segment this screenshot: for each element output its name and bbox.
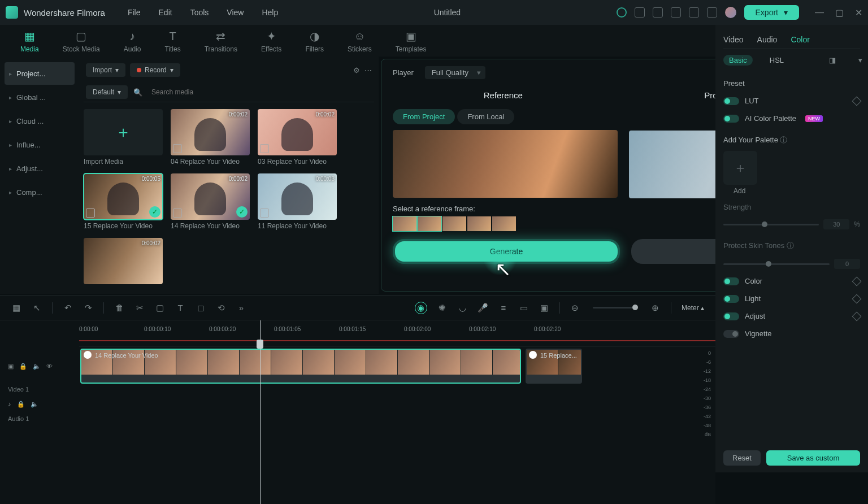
zoom-out-icon[interactable]: ⊖ xyxy=(570,303,580,313)
lock-icon[interactable]: 🔒 xyxy=(17,401,25,408)
toggle-on-icon[interactable] xyxy=(723,115,739,123)
media-item[interactable]: 0:00:02 xyxy=(84,238,163,284)
mute-icon[interactable]: 🔈 xyxy=(31,401,38,408)
menu-tools[interactable]: Tools xyxy=(190,8,209,17)
mic-icon[interactable]: 🎤 xyxy=(478,303,488,313)
reset-button[interactable]: Reset xyxy=(723,450,761,466)
more-icon[interactable]: ⋯ xyxy=(364,66,372,75)
keyframe-icon[interactable] xyxy=(852,276,862,286)
record-status-icon[interactable] xyxy=(617,7,627,18)
sidebar-item-adjust[interactable]: ▸Adjust... xyxy=(5,157,75,180)
reference-preview[interactable] xyxy=(393,130,618,198)
speed-icon[interactable]: ✺ xyxy=(437,303,448,313)
strength-slider[interactable]: 30 % xyxy=(723,216,860,233)
visibility-icon[interactable]: 👁 xyxy=(46,363,53,370)
prop-tab-video[interactable]: Video xyxy=(723,35,744,44)
tab-titles[interactable]: TTitles xyxy=(158,27,187,57)
menu-view[interactable]: View xyxy=(227,8,244,17)
filter-icon[interactable]: ⚙ xyxy=(353,66,360,75)
search-input[interactable] xyxy=(148,85,372,99)
video-track-header[interactable]: ▣ 🔒 🔈 👁 xyxy=(0,346,79,386)
ai-palette-row[interactable]: AI Color Palette NEW xyxy=(723,110,860,127)
info-icon[interactable]: ⓘ xyxy=(780,136,787,144)
ai-tool-icon[interactable]: ◉ xyxy=(415,302,427,314)
time-ruler[interactable]: 0:00:000:00:00:100:00:00:200:00:01:050:0… xyxy=(79,320,715,346)
from-local-tab[interactable]: From Local xyxy=(457,109,514,124)
tab-stickers[interactable]: ☺Stickers xyxy=(341,27,379,57)
toggle-on-icon[interactable] xyxy=(723,295,739,303)
sort-select[interactable]: Default ▾ xyxy=(86,85,128,99)
import-button[interactable]: Import▾ xyxy=(86,63,125,77)
sidebar-item-project[interactable]: ▸Project... xyxy=(5,62,75,85)
undo-icon[interactable]: ↶ xyxy=(63,303,73,313)
save-icon[interactable] xyxy=(653,7,663,18)
frame-icon[interactable]: ◻ xyxy=(196,303,206,313)
menu-file[interactable]: File xyxy=(128,8,141,17)
marker-icon[interactable]: ▭ xyxy=(519,303,529,313)
sidebar-item-comp[interactable]: ▸Comp... xyxy=(5,181,75,203)
mute-icon[interactable]: 🔈 xyxy=(33,363,41,370)
frame-thumb[interactable] xyxy=(492,216,516,231)
frame-thumb[interactable] xyxy=(418,216,441,231)
toggle-off-icon[interactable] xyxy=(723,330,739,338)
keyframe-icon[interactable] xyxy=(852,294,862,303)
chevron-down-icon[interactable]: ▾ xyxy=(853,55,868,66)
vignette-row[interactable]: Vignette xyxy=(723,325,860,342)
lock-icon[interactable]: 🔒 xyxy=(19,363,27,370)
audio-track-header[interactable]: ♪ 🔒 🔈 xyxy=(0,393,79,415)
media-item[interactable]: 0:00:02 04 Replace Your Video xyxy=(171,109,250,166)
cloud-icon[interactable] xyxy=(671,7,681,18)
meter-toggle[interactable]: Meter ▴ xyxy=(682,304,704,312)
prop-tab-audio[interactable]: Audio xyxy=(757,35,778,44)
tab-templates[interactable]: ▣Templates xyxy=(389,26,433,57)
import-media-tile[interactable]: ＋ Import Media xyxy=(84,109,163,166)
avatar[interactable] xyxy=(725,7,736,18)
tab-media[interactable]: ▦Media xyxy=(14,26,46,57)
subtab-basic[interactable]: Basic xyxy=(723,55,753,66)
zoom-in-icon[interactable]: ⊕ xyxy=(650,303,661,313)
sidebar-item-global[interactable]: ▸Global ... xyxy=(5,86,75,108)
frame-thumb[interactable] xyxy=(442,216,466,231)
timeline-clip[interactable]: 14 Replace Your Video xyxy=(80,349,521,384)
color-row[interactable]: Color xyxy=(723,272,860,290)
mixer-icon[interactable]: ≡ xyxy=(498,303,509,313)
skin-slider[interactable]: 0 xyxy=(723,255,860,272)
record-button[interactable]: Record▾ xyxy=(130,63,180,77)
menu-edit[interactable]: Edit xyxy=(159,8,172,17)
reference-frame-strip[interactable] xyxy=(393,216,618,231)
light-row[interactable]: Light xyxy=(723,290,860,307)
add-palette-button[interactable]: ＋ xyxy=(723,151,757,185)
timeline-clip[interactable]: 15 Replace... xyxy=(526,349,582,384)
video-track[interactable]: 14 Replace Your Video 15 Replace... xyxy=(79,346,715,386)
crop-icon[interactable]: ▢ xyxy=(155,303,165,313)
maximize-icon[interactable]: ▢ xyxy=(835,7,844,18)
keyframe-icon[interactable] xyxy=(852,96,862,106)
apps-grid-icon[interactable] xyxy=(707,7,717,18)
save-custom-button[interactable]: Save as custom xyxy=(766,450,860,466)
timeline-tracks[interactable]: 0:00:000:00:00:100:00:00:200:00:01:050:0… xyxy=(79,320,715,504)
delete-icon[interactable]: 🗑 xyxy=(114,303,124,313)
info-icon[interactable]: ⓘ xyxy=(787,241,794,250)
frame-thumb[interactable] xyxy=(467,216,491,231)
sidebar-item-cloud[interactable]: ▸Cloud ... xyxy=(5,110,75,132)
toggle-on-icon[interactable] xyxy=(723,97,739,105)
timeline-layout-icon[interactable]: ▦ xyxy=(11,303,21,313)
media-item[interactable]: 0:00:03 11 Replace Your Video xyxy=(258,173,337,230)
media-item-selected[interactable]: 0:00:05✓ 15 Replace Your Video xyxy=(84,173,163,230)
media-item[interactable]: 0:00:02 03 Replace Your Video xyxy=(258,109,337,166)
player-tab[interactable]: Player xyxy=(393,68,414,77)
toggle-on-icon[interactable] xyxy=(723,312,739,320)
split-icon[interactable]: ✂ xyxy=(134,303,145,313)
sidebar-item-influence[interactable]: ▸Influe... xyxy=(5,133,75,156)
link-icon[interactable]: ⟲ xyxy=(216,303,226,313)
device-icon[interactable] xyxy=(635,7,645,18)
media-item[interactable]: 0:00:02✓ 14 Replace Your Video xyxy=(171,173,250,230)
from-project-tab[interactable]: From Project xyxy=(393,109,455,124)
frame-thumb[interactable] xyxy=(393,216,416,231)
toggle-on-icon[interactable] xyxy=(723,277,739,285)
tab-effects[interactable]: ✦Effects xyxy=(254,26,288,57)
redo-icon[interactable]: ↷ xyxy=(83,303,93,313)
quality-select[interactable]: Full Quality xyxy=(425,66,485,79)
text-icon[interactable]: T xyxy=(175,303,185,313)
tab-audio[interactable]: ♪Audio xyxy=(117,27,148,57)
